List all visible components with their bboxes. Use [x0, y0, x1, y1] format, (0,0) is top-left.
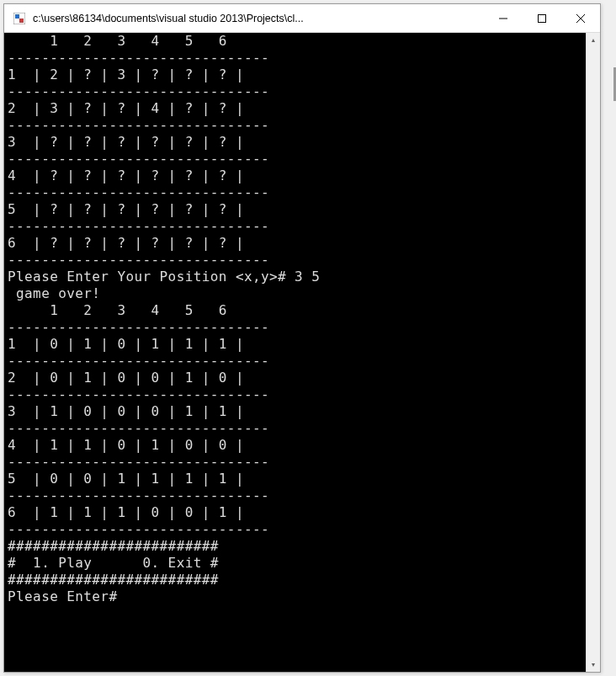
vertical-scrollbar[interactable]: ▴ ▾ — [586, 33, 600, 672]
minimize-button[interactable] — [484, 4, 523, 32]
console-area: 1 2 3 4 5 6 ----------------------------… — [4, 33, 600, 672]
window-controls — [484, 4, 600, 32]
scroll-up-button[interactable]: ▴ — [587, 33, 600, 47]
svg-rect-4 — [539, 14, 546, 22]
titlebar[interactable]: c:\users\86134\documents\visual studio 2… — [4, 4, 600, 33]
window-title: c:\users\86134\documents\visual studio 2… — [33, 13, 311, 24]
console-output[interactable]: 1 2 3 4 5 6 ----------------------------… — [4, 33, 586, 672]
svg-rect-1 — [15, 14, 19, 19]
close-button[interactable] — [561, 4, 600, 32]
console-window: c:\users\86134\documents\visual studio 2… — [3, 3, 601, 673]
svg-rect-2 — [19, 19, 24, 23]
maximize-button[interactable] — [523, 4, 561, 32]
scroll-down-button[interactable]: ▾ — [587, 657, 600, 672]
app-icon — [13, 12, 26, 25]
